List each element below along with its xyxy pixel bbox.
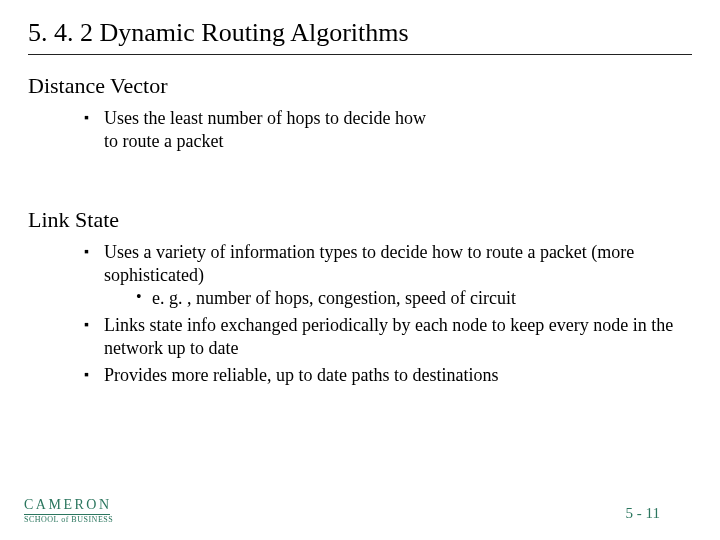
bullet-text: Provides more reliable, up to date paths…: [104, 365, 498, 385]
bullet-text: Uses the least number of hops to decide …: [104, 107, 434, 153]
sub-bullet-list: e. g. , number of hops, congestion, spee…: [104, 287, 692, 310]
list-item: Uses a variety of information types to d…: [84, 241, 692, 310]
slide: 5. 4. 2 Dynamic Routing Algorithms Dista…: [0, 0, 720, 540]
bullet-list: Uses the least number of hops to decide …: [28, 107, 692, 153]
list-item: Uses the least number of hops to decide …: [84, 107, 692, 153]
list-item: Links state info exchanged periodically …: [84, 314, 692, 360]
bullet-text: Uses a variety of information types to d…: [104, 242, 634, 285]
bullet-list: Uses a variety of information types to d…: [28, 241, 692, 387]
logo-line2: SCHOOL of BUSINESS: [24, 516, 113, 524]
section-heading-link-state: Link State: [28, 207, 692, 233]
bullet-text: Links state info exchanged periodically …: [104, 315, 673, 358]
slide-title: 5. 4. 2 Dynamic Routing Algorithms: [28, 18, 692, 55]
logo-line1: CAMERON: [24, 498, 113, 512]
sub-bullet-text: e. g. , number of hops, congestion, spee…: [152, 288, 516, 308]
section-heading-distance-vector: Distance Vector: [28, 73, 692, 99]
page-number: 5 - 11: [626, 505, 660, 522]
sub-list-item: e. g. , number of hops, congestion, spee…: [136, 287, 692, 310]
list-item: Provides more reliable, up to date paths…: [84, 364, 692, 387]
cameron-logo: CAMERON SCHOOL of BUSINESS: [24, 498, 113, 524]
